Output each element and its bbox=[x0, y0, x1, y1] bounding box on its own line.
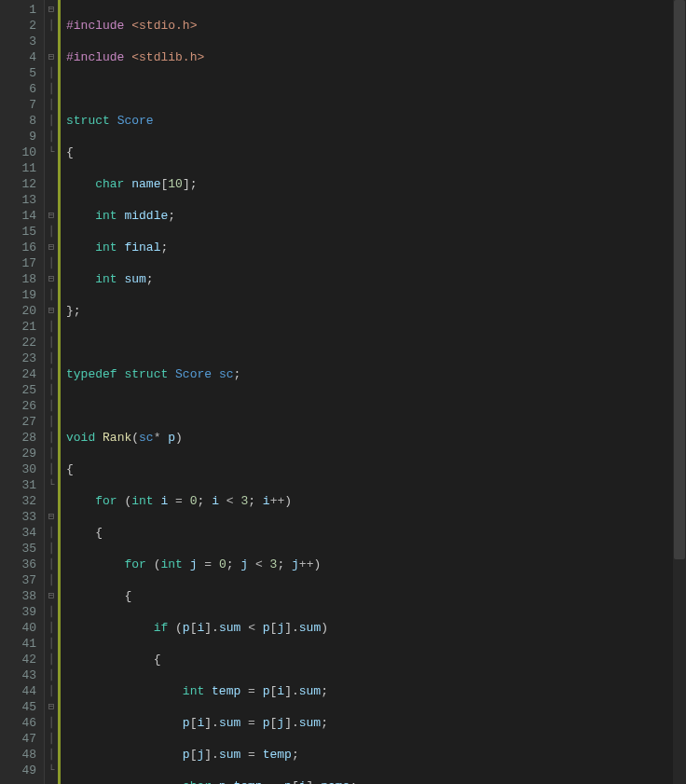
code-line: void Rank(sc* p) bbox=[66, 430, 686, 446]
line-number: 43 bbox=[4, 667, 36, 683]
fold-marker[interactable]: ⊟ bbox=[45, 49, 58, 65]
code-line: for (int i = 0; i < 3; i++) bbox=[66, 493, 686, 509]
line-number: 5 bbox=[4, 65, 36, 81]
fold-marker: │ bbox=[45, 747, 58, 763]
line-number: 42 bbox=[4, 652, 36, 667]
line-number: 35 bbox=[4, 541, 36, 557]
line-number: 27 bbox=[4, 414, 36, 430]
line-number: 1 bbox=[4, 2, 36, 18]
fold-marker[interactable]: ⊟ bbox=[45, 699, 58, 715]
line-number: 22 bbox=[4, 335, 36, 351]
fold-marker: │ bbox=[45, 398, 58, 414]
code-line: for (int j = 0; j < 3; j++) bbox=[66, 557, 686, 572]
code-line: p[i].sum = p[j].sum; bbox=[66, 715, 686, 731]
line-number: 3 bbox=[4, 34, 36, 49]
line-number: 44 bbox=[4, 683, 36, 699]
fold-marker bbox=[45, 192, 58, 208]
code-line: #include <stdlib.h> bbox=[66, 49, 686, 65]
code-line: char name[10]; bbox=[66, 176, 686, 192]
line-number: 17 bbox=[4, 255, 36, 271]
fold-marker bbox=[45, 160, 58, 176]
line-number: 39 bbox=[4, 604, 36, 620]
line-number: 30 bbox=[4, 461, 36, 477]
line-number: 45 bbox=[4, 699, 36, 715]
fold-marker bbox=[45, 493, 58, 509]
code-line: typedef struct Score sc; bbox=[66, 366, 686, 382]
line-number: 9 bbox=[4, 129, 36, 144]
fold-marker: │ bbox=[45, 113, 58, 129]
fold-marker: │ bbox=[45, 667, 58, 683]
line-number: 19 bbox=[4, 287, 36, 303]
code-line: { bbox=[66, 588, 686, 604]
code-line: struct Score bbox=[66, 113, 686, 129]
line-number: 25 bbox=[4, 382, 36, 398]
code-line: if (p[i].sum < p[j].sum) bbox=[66, 620, 686, 636]
fold-marker: │ bbox=[45, 446, 58, 461]
fold-marker: │ bbox=[45, 65, 58, 81]
fold-marker: │ bbox=[45, 525, 58, 541]
line-number: 20 bbox=[4, 303, 36, 319]
line-number: 48 bbox=[4, 747, 36, 763]
fold-marker: │ bbox=[45, 683, 58, 699]
line-number: 14 bbox=[4, 208, 36, 224]
fold-marker[interactable]: ⊟ bbox=[45, 588, 58, 604]
fold-marker: │ bbox=[45, 430, 58, 446]
line-number: 10 bbox=[4, 144, 36, 160]
code-line: #include <stdio.h> bbox=[66, 18, 686, 34]
fold-marker: │ bbox=[45, 351, 58, 366]
line-number: 33 bbox=[4, 509, 36, 525]
fold-marker: │ bbox=[45, 541, 58, 557]
fold-marker: └ bbox=[45, 477, 58, 493]
fold-marker: │ bbox=[45, 18, 58, 34]
fold-marker[interactable]: ⊟ bbox=[45, 2, 58, 18]
fold-marker: │ bbox=[45, 620, 58, 636]
line-number: 26 bbox=[4, 398, 36, 414]
line-number: 49 bbox=[4, 763, 36, 778]
fold-marker: │ bbox=[45, 335, 58, 351]
line-number: 36 bbox=[4, 557, 36, 572]
code-line: int temp = p[i].sum; bbox=[66, 683, 686, 699]
line-number: 13 bbox=[4, 192, 36, 208]
fold-marker: │ bbox=[45, 715, 58, 731]
fold-marker: │ bbox=[45, 652, 58, 667]
fold-marker: │ bbox=[45, 366, 58, 382]
code-area[interactable]: #include <stdio.h> #include <stdlib.h> s… bbox=[61, 0, 686, 784]
code-line bbox=[66, 81, 686, 97]
code-line: }; bbox=[66, 303, 686, 319]
line-number: 6 bbox=[4, 81, 36, 97]
fold-marker[interactable]: ⊟ bbox=[45, 271, 58, 287]
line-number: 37 bbox=[4, 572, 36, 588]
scroll-thumb[interactable] bbox=[674, 0, 685, 559]
fold-marker[interactable]: ⊟ bbox=[45, 240, 58, 255]
fold-marker: │ bbox=[45, 557, 58, 572]
fold-marker: │ bbox=[45, 255, 58, 271]
fold-marker: │ bbox=[45, 461, 58, 477]
fold-marker[interactable]: ⊟ bbox=[45, 303, 58, 319]
fold-column[interactable]: ⊟│⊟│││││└⊟│⊟│⊟│⊟││││││││││└⊟││││⊟││││││⊟… bbox=[45, 0, 58, 784]
line-number: 18 bbox=[4, 271, 36, 287]
fold-marker[interactable]: ⊟ bbox=[45, 208, 58, 224]
line-number: 32 bbox=[4, 493, 36, 509]
vertical-scrollbar[interactable] bbox=[673, 0, 686, 784]
code-line: { bbox=[66, 461, 686, 477]
fold-marker: │ bbox=[45, 287, 58, 303]
line-number: 21 bbox=[4, 319, 36, 335]
line-number: 2 bbox=[4, 18, 36, 34]
fold-marker: │ bbox=[45, 636, 58, 652]
code-editor[interactable]: 1234567891011121314151617181920212223242… bbox=[0, 0, 686, 784]
line-number: 15 bbox=[4, 224, 36, 240]
line-number: 7 bbox=[4, 97, 36, 113]
fold-marker: │ bbox=[45, 224, 58, 240]
fold-marker bbox=[45, 34, 58, 49]
line-number: 8 bbox=[4, 113, 36, 129]
line-number: 23 bbox=[4, 351, 36, 366]
code-line bbox=[66, 398, 686, 414]
fold-marker[interactable]: ⊟ bbox=[45, 509, 58, 525]
line-number: 40 bbox=[4, 620, 36, 636]
fold-marker: │ bbox=[45, 319, 58, 335]
code-line: { bbox=[66, 144, 686, 160]
code-line bbox=[66, 335, 686, 351]
line-number: 29 bbox=[4, 446, 36, 461]
line-number: 16 bbox=[4, 240, 36, 255]
code-line: { bbox=[66, 652, 686, 667]
